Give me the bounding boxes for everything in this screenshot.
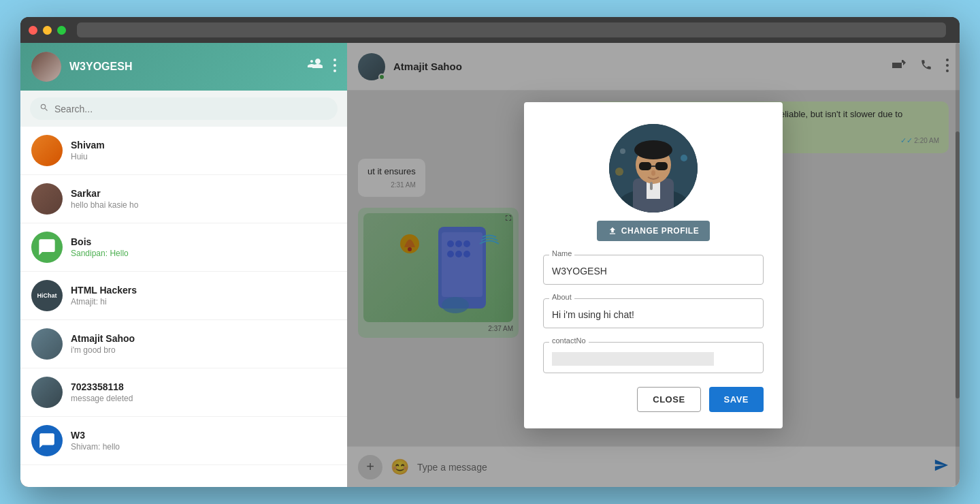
name-input[interactable] [552, 266, 755, 277]
avatar-html: HiChat [31, 280, 63, 311]
avatar-sarkar [31, 183, 63, 215]
contact-info-sarkar: Sarkar hello bhai kasie ho [71, 188, 336, 210]
contactno-field-container: contactNo [543, 342, 764, 373]
contact-preview-atmajit: i'm good bro [71, 345, 336, 355]
contact-item-w3[interactable]: W3 Shivam: hello [20, 417, 347, 465]
sidebar-username: W3YOGESH [69, 61, 299, 73]
sidebar-header: W3YOGESH [20, 43, 347, 91]
contact-preview-bois: Sandipan: Hello [71, 249, 336, 258]
contact-item-bois[interactable]: Bois Sandipan: Hello [20, 223, 347, 272]
app-container: W3YOGESH [20, 43, 960, 487]
contact-preview-html: Atmajit: hi [71, 297, 336, 306]
change-profile-label: CHANGE PROFILE [621, 226, 699, 236]
contact-name-shivam: Shivam [71, 140, 336, 151]
url-bar[interactable] [77, 22, 946, 37]
save-button[interactable]: SAVE [709, 387, 764, 412]
avatar-bois [31, 232, 63, 263]
modal-buttons: CLOSE SAVE [543, 387, 764, 412]
avatar-number [31, 377, 63, 408]
avatar-atmajit [31, 328, 63, 360]
svg-rect-24 [639, 162, 651, 170]
mac-window: W3YOGESH [20, 17, 960, 487]
contact-preview-shivam: Huiu [71, 152, 336, 161]
contact-preview-number: message deleted [71, 394, 336, 403]
about-field-label: About [549, 293, 574, 301]
contactno-field-label: contactNo [549, 336, 589, 345]
search-container [20, 91, 347, 127]
minimize-window-button[interactable] [43, 26, 52, 35]
contact-preview-w3: Shivam: hello [71, 442, 336, 452]
change-profile-button[interactable]: CHANGE PROFILE [597, 221, 710, 241]
name-field-label: Name [549, 249, 574, 257]
contact-name-bois: Bois [71, 236, 336, 247]
svg-point-30 [681, 155, 687, 161]
search-input[interactable] [54, 104, 328, 114]
main-chat: Atmajit Sahoo [347, 43, 960, 487]
modal-avatar-image [609, 124, 698, 212]
svg-point-31 [620, 148, 625, 154]
modal-avatar-wrapper: CHANGE PROFILE [597, 124, 710, 241]
svg-point-1 [333, 64, 336, 67]
contact-name-w3: W3 [71, 430, 336, 441]
contact-name-sarkar: Sarkar [71, 188, 336, 199]
close-button[interactable]: CLOSE [637, 387, 700, 412]
about-input[interactable] [552, 309, 755, 320]
svg-point-2 [333, 69, 336, 72]
sidebar-action-icons [308, 59, 336, 75]
contact-info-w3: W3 Shivam: hello [71, 430, 336, 452]
svg-point-29 [615, 168, 623, 176]
contact-list: Shivam Huiu Sarkar hello bhai kasie ho [20, 127, 347, 487]
contact-item-number[interactable]: 7023358118 message deleted [20, 368, 347, 417]
sidebar: W3YOGESH [20, 43, 347, 487]
contact-preview-sarkar: hello bhai kasie ho [71, 200, 336, 210]
contact-item-shivam[interactable]: Shivam Huiu [20, 127, 347, 175]
search-icon [39, 103, 49, 114]
maximize-window-button[interactable] [57, 26, 66, 35]
name-field-container: Name [543, 255, 764, 285]
modal-profile-avatar [609, 124, 698, 212]
profile-edit-modal: CHANGE PROFILE Name About [524, 102, 783, 428]
contact-item-sarkar[interactable]: Sarkar hello bhai kasie ho [20, 175, 347, 223]
contact-item-atmajit[interactable]: Atmajit Sahoo i'm good bro [20, 320, 347, 368]
modal-overlay: CHANGE PROFILE Name About [347, 43, 960, 487]
add-contact-icon[interactable] [308, 59, 323, 75]
svg-rect-25 [655, 162, 668, 170]
contact-name-number: 7023358118 [71, 381, 336, 392]
contactno-input[interactable] [552, 352, 714, 366]
contact-name-atmajit: Atmajit Sahoo [71, 333, 336, 344]
contact-item-html[interactable]: HiChat HTML Hackers Atmajit: hi [20, 272, 347, 320]
svg-point-0 [333, 59, 336, 61]
contact-name-html: HTML Hackers [71, 285, 336, 296]
search-box[interactable] [30, 97, 338, 120]
avatar-shivam [31, 135, 63, 166]
more-options-icon[interactable] [333, 59, 336, 75]
svg-point-27 [651, 170, 655, 176]
svg-rect-28 [650, 182, 653, 190]
contact-info-bois: Bois Sandipan: Hello [71, 236, 336, 258]
user-avatar [31, 52, 61, 82]
contact-info-atmajit: Atmajit Sahoo i'm good bro [71, 333, 336, 355]
about-field-container: About [543, 298, 764, 328]
titlebar [20, 17, 960, 43]
contact-info-number: 7023358118 message deleted [71, 381, 336, 403]
avatar-w3 [31, 425, 63, 456]
user-avatar-image [31, 52, 61, 82]
close-window-button[interactable] [29, 26, 37, 35]
contact-info-shivam: Shivam Huiu [71, 140, 336, 161]
contact-info-html: HTML Hackers Atmajit: hi [71, 285, 336, 306]
svg-point-23 [634, 140, 672, 159]
